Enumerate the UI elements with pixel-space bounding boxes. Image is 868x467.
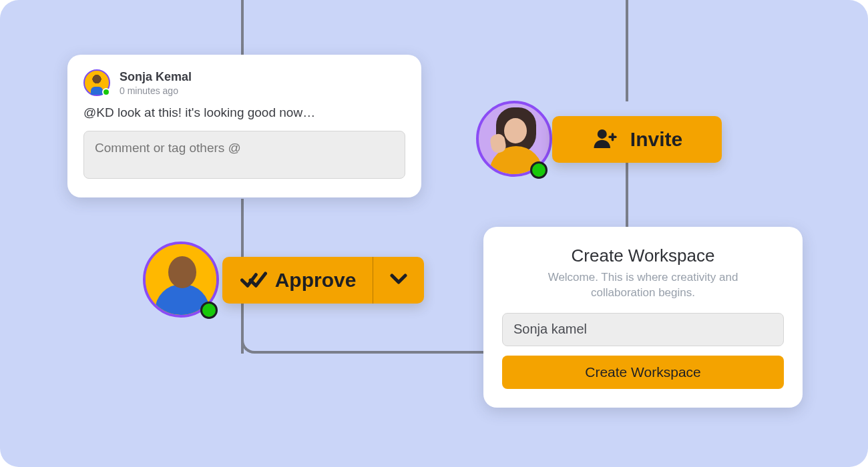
double-check-icon: [240, 270, 267, 290]
create-workspace-button[interactable]: Create Workspace: [502, 356, 784, 389]
approve-button[interactable]: Approve: [222, 257, 424, 304]
connector-line: [626, 0, 628, 101]
connector-corner: [241, 334, 261, 354]
invite-label: Invite: [630, 128, 682, 151]
comment-card: Sonja Kemal 0 minutes ago @KD look at th…: [67, 55, 421, 197]
user-plus-icon: [592, 127, 620, 151]
approve-button-main[interactable]: Approve: [232, 257, 373, 304]
approve-dropdown-toggle[interactable]: [373, 257, 424, 304]
comment-header: Sonja Kemal 0 minutes ago: [83, 69, 405, 96]
comment-timestamp: 0 minutes ago: [120, 85, 192, 96]
comment-body: @KD look at this! it's looking good now…: [83, 105, 405, 120]
presence-indicator: [530, 161, 548, 179]
presence-indicator: [200, 302, 218, 319]
connector-line: [254, 351, 483, 354]
svg-point-0: [598, 129, 607, 139]
create-workspace-card: Create Workspace Welcome. This is where …: [483, 227, 803, 408]
connector-line: [241, 0, 244, 55]
presence-indicator: [102, 88, 110, 96]
connector-line: [626, 163, 628, 227]
invite-button[interactable]: Invite: [552, 116, 722, 163]
comment-input[interactable]: [83, 131, 405, 179]
workspace-title: Create Workspace: [502, 246, 784, 266]
author-name: Sonja Kemal: [120, 70, 192, 84]
workspace-name-input[interactable]: [502, 313, 784, 346]
approve-label: Approve: [275, 269, 357, 292]
author-meta: Sonja Kemal 0 minutes ago: [120, 70, 192, 96]
canvas: Sonja Kemal 0 minutes ago @KD look at th…: [0, 0, 868, 467]
workspace-subtitle: Welcome. This is where creativity and co…: [502, 270, 784, 301]
chevron-down-icon: [390, 273, 407, 288]
author-avatar[interactable]: [83, 69, 110, 96]
svg-rect-2: [608, 136, 616, 139]
